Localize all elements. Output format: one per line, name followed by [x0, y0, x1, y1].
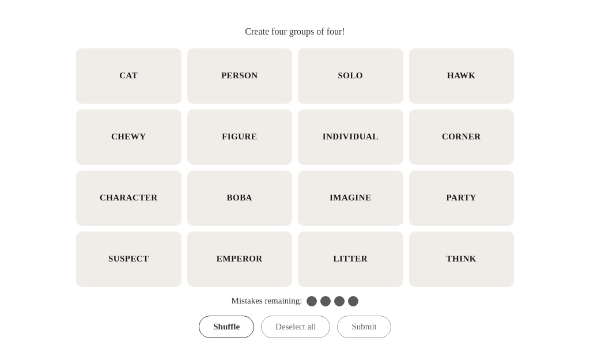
mistakes-row: Mistakes remaining:	[232, 296, 359, 306]
deselect-button[interactable]: Deselect all	[261, 316, 330, 338]
grid-cell[interactable]: BOBA	[187, 170, 293, 226]
cell-label: CHEWY	[111, 132, 146, 142]
grid-cell[interactable]: SUSPECT	[76, 232, 181, 287]
mistake-dot	[348, 296, 358, 306]
cell-label: CHARACTER	[100, 193, 158, 203]
cell-label: THINK	[447, 254, 476, 264]
grid-cell[interactable]: CORNER	[409, 109, 515, 165]
grid-cell[interactable]: INDIVIDUAL	[298, 109, 403, 165]
cell-label: HAWK	[447, 71, 475, 81]
grid-cell[interactable]: THINK	[409, 232, 515, 287]
grid-cell[interactable]: IMAGINE	[298, 170, 403, 226]
cell-label: LITTER	[334, 254, 368, 264]
cell-label: FIGURE	[222, 132, 257, 142]
cell-label: PERSON	[221, 71, 258, 81]
grid-cell[interactable]: CHARACTER	[76, 170, 181, 226]
grid-cell[interactable]: HAWK	[409, 48, 515, 104]
dots-container	[307, 296, 358, 306]
grid-cell[interactable]: LITTER	[298, 232, 403, 287]
cell-label: EMPEROR	[217, 254, 263, 264]
cell-label: PARTY	[447, 193, 476, 203]
game-container: Create four groups of four! CATPERSONSOL…	[76, 26, 514, 338]
subtitle: Create four groups of four!	[245, 26, 345, 37]
grid-cell[interactable]: SOLO	[298, 48, 403, 104]
mistakes-label: Mistakes remaining:	[232, 296, 302, 306]
grid-cell[interactable]: PARTY	[409, 170, 515, 226]
cell-label: INDIVIDUAL	[323, 132, 379, 142]
grid-cell[interactable]: PERSON	[187, 48, 293, 104]
cell-label: BOBA	[227, 193, 252, 203]
cell-label: CAT	[119, 71, 138, 81]
grid-cell[interactable]: EMPEROR	[187, 232, 293, 287]
cell-label: CORNER	[442, 132, 481, 142]
grid-cell[interactable]: CHEWY	[76, 109, 181, 165]
shuffle-button[interactable]: Shuffle	[199, 316, 254, 338]
cell-label: IMAGINE	[330, 193, 371, 203]
buttons-row: Shuffle Deselect all Submit	[199, 316, 391, 338]
cell-label: SUSPECT	[108, 254, 149, 264]
mistake-dot	[320, 296, 331, 306]
mistake-dot	[307, 296, 317, 306]
grid-cell[interactable]: CAT	[76, 48, 181, 104]
grid-cell[interactable]: FIGURE	[187, 109, 293, 165]
word-grid: CATPERSONSOLOHAWKCHEWYFIGUREINDIVIDUALCO…	[76, 48, 514, 287]
submit-button[interactable]: Submit	[337, 316, 391, 338]
cell-label: SOLO	[338, 71, 363, 81]
mistake-dot	[334, 296, 345, 306]
